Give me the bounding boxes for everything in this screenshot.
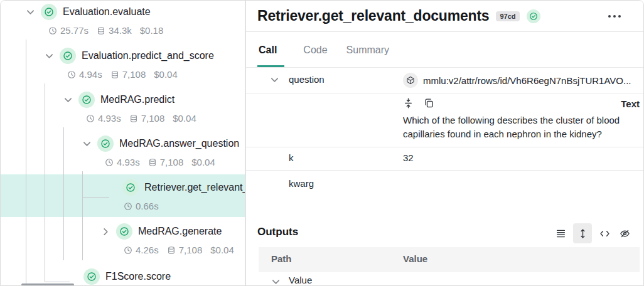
clock-icon — [67, 70, 76, 79]
chevron-down-icon[interactable] — [38, 51, 60, 61]
call-detail-panel: Retriever.get_relevant_documents 97cd Ca… — [245, 1, 644, 286]
tree-node-predict-and-score[interactable]: Evaluation.predict_and_score — [38, 48, 214, 64]
cube-icon — [403, 73, 418, 88]
clock-icon — [124, 202, 132, 211]
detail-header: Retriever.get_relevant_documents 97cd — [246, 1, 644, 32]
duration-text: 4.94s — [79, 69, 102, 80]
chevron-down-icon[interactable] — [76, 139, 97, 149]
tree-guide-line — [82, 171, 83, 260]
tree-node-stats: 4.94s 7,108 $0.04 — [67, 69, 178, 80]
question-text: Which of the following describes the clu… — [403, 114, 641, 141]
tree-node-label: MedRAG.answer_question — [119, 138, 239, 149]
duration-text: 0.66s — [136, 201, 159, 211]
tree-node-medrag-generate[interactable]: MedRAG.generate — [95, 223, 222, 240]
clock-icon — [48, 26, 57, 35]
overflow-menu-icon[interactable] — [608, 15, 621, 18]
tokens-text: 7,108 — [141, 113, 165, 124]
call-id-badge[interactable]: 97cd — [496, 11, 519, 21]
chevron-down-icon[interactable] — [271, 277, 281, 286]
clock-icon — [86, 114, 95, 123]
tab-call[interactable]: Call — [257, 32, 284, 67]
duration-text: 4.26s — [136, 245, 159, 255]
tokens-icon — [110, 70, 119, 79]
outputs-table-header: Path Value — [246, 247, 644, 272]
expand-rows-icon[interactable] — [573, 223, 592, 243]
hide-eye-off-icon[interactable] — [617, 226, 632, 241]
detail-tabs: Call Code Summary — [246, 32, 644, 68]
output-path-label: Value — [289, 275, 312, 285]
object-ref-text: mmlu:v2/attr/rows/id/Vh6R6egN7nBsjTUR1AV… — [423, 75, 631, 86]
value-type-label[interactable]: Text — [621, 98, 640, 109]
tree-node-label: Retriever.get_relevant_documents — [144, 182, 245, 193]
clock-icon — [105, 158, 114, 167]
trace-viewer: Evaluation.evaluate 25.77s 34.3k $0.18 E… — [0, 0, 644, 286]
input-row-kwarg: kwarg — [246, 171, 644, 197]
tokens-text: 7,108 — [179, 245, 203, 255]
outputs-toolbar — [553, 223, 632, 243]
status-success-icon — [78, 92, 95, 108]
tree-guide-line — [63, 127, 64, 260]
tree-node-f1score[interactable]: F1Score.score — [83, 268, 171, 285]
object-ref-link[interactable]: mmlu:v2/attr/rows/id/Vh6R6egN7nBsjTUR1AV… — [403, 73, 631, 88]
duration-text: 4.93s — [98, 113, 121, 124]
tree-node-label: F1Score.score — [105, 271, 171, 282]
code-view-icon[interactable] — [597, 226, 612, 241]
trace-tree-panel: Evaluation.evaluate 25.77s 34.3k $0.18 E… — [1, 1, 245, 286]
status-success-icon — [83, 268, 100, 285]
status-success-icon — [116, 223, 132, 240]
chevron-right-icon[interactable] — [95, 227, 116, 236]
status-success-icon — [122, 179, 139, 196]
compact-list-icon[interactable] — [553, 226, 568, 241]
tokens-text: 7,108 — [160, 157, 184, 167]
table-header-band — [259, 247, 640, 272]
status-success-icon — [60, 48, 76, 64]
status-success-icon — [97, 135, 114, 152]
tab-summary[interactable]: Summary — [346, 32, 389, 67]
status-success-icon — [41, 4, 57, 20]
tree-node-stats: 4.26s 7,108 $0.04 — [124, 245, 234, 255]
copy-icon[interactable] — [424, 98, 436, 110]
tree-connector-line — [82, 197, 109, 198]
input-key-label: kwarg — [289, 178, 314, 189]
tokens-text: 34.3k — [109, 25, 132, 36]
tree-node-stats: 25.77s 34.3k $0.18 — [48, 25, 163, 36]
chevron-down-icon[interactable] — [19, 8, 41, 17]
tree-node-stats: 4.93s 7,108 $0.04 — [86, 113, 196, 124]
tree-node-stats: 0.66s — [124, 201, 159, 211]
page-title: Retriever.get_relevant_documents — [257, 8, 489, 24]
cost-text: $0.04 — [191, 157, 215, 167]
tokens-icon — [148, 158, 157, 167]
collapse-vertical-icon[interactable] — [403, 98, 416, 110]
tree-node-medrag-predict[interactable]: MedRAG.predict — [57, 92, 174, 108]
tree-guide-line — [45, 83, 45, 282]
input-row-question: question mmlu:v2/attr/rows/id/Vh6R6egN7n… — [246, 68, 644, 93]
input-key-label: k — [289, 152, 294, 163]
input-value: 32 — [403, 152, 414, 163]
outputs-heading: Outputs — [257, 226, 298, 238]
input-row-k: k 32 — [246, 147, 644, 171]
tree-node-evaluate[interactable]: Evaluation.evaluate — [19, 4, 151, 20]
input-key-label: question — [289, 74, 325, 85]
tree-node-label: Evaluation.predict_and_score — [82, 50, 214, 61]
tab-code[interactable]: Code — [303, 32, 327, 67]
tree-node-label: MedRAG.generate — [138, 226, 222, 237]
question-expanded-content: Text Which of the following describes th… — [246, 93, 644, 147]
tokens-icon — [97, 26, 105, 35]
cost-text: $0.04 — [173, 113, 196, 124]
tree-node-answer-question[interactable]: MedRAG.answer_question — [76, 135, 239, 152]
tokens-icon — [167, 246, 176, 255]
tokens-text: 7,108 — [122, 69, 146, 80]
chevron-down-icon[interactable] — [57, 95, 78, 105]
clock-icon — [124, 246, 132, 255]
tree-node-label: MedRAG.predict — [100, 94, 174, 105]
column-header-value: Value — [403, 253, 427, 264]
cost-text: $0.04 — [210, 245, 234, 255]
tree-node-label: Evaluation.evaluate — [63, 6, 151, 18]
output-row-value[interactable]: Value — [246, 272, 644, 286]
chevron-down-icon[interactable] — [270, 75, 279, 87]
tree-node-stats: 4.93s 7,108 $0.04 — [105, 157, 215, 167]
tree-node-retriever-selected[interactable]: Retriever.get_relevant_documents — [122, 179, 245, 196]
outputs-section-header: Outputs — [246, 223, 644, 247]
horizontal-scrollbar-thumb[interactable] — [21, 283, 74, 286]
tokens-icon — [129, 114, 138, 123]
